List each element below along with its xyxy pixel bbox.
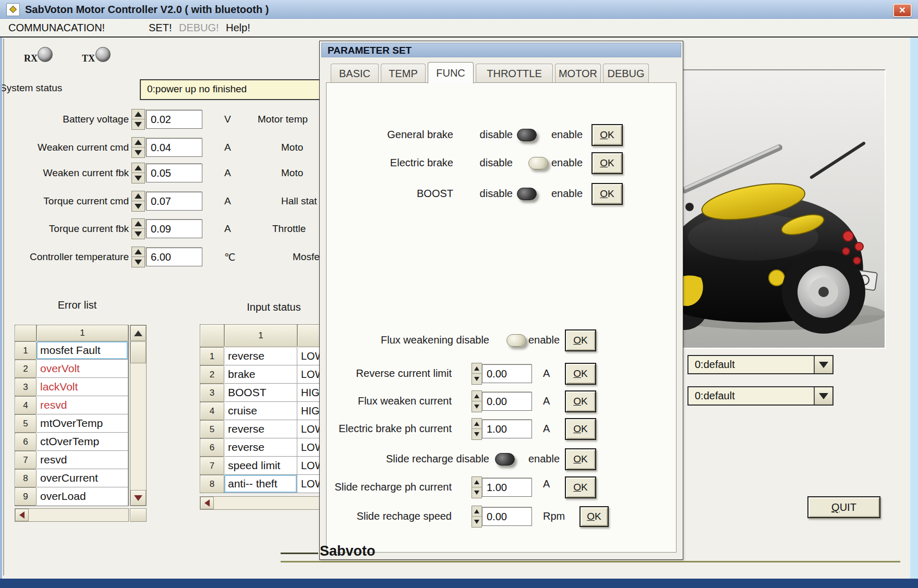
readout-unit: A — [224, 167, 231, 179]
slide-recharge-toggle[interactable] — [494, 452, 527, 468]
error-cell[interactable]: overLoad — [37, 487, 128, 506]
menu-communication[interactable]: COMMUNACATION! — [8, 19, 105, 36]
numeric-spinner[interactable] — [472, 476, 482, 498]
input-level-cell[interactable]: LOW — [297, 347, 321, 365]
input-cell[interactable]: reverse — [224, 438, 297, 457]
weaken-current-cmd-field[interactable]: 0.04 — [146, 138, 202, 157]
input-level-cell[interactable]: LOW — [297, 457, 321, 475]
toggle-knob[interactable] — [517, 129, 537, 141]
readout-spinner[interactable] — [131, 137, 145, 158]
input-cell[interactable]: anti-- theft — [224, 475, 297, 493]
general-brake-toggle[interactable] — [516, 128, 550, 143]
error-cell[interactable]: overVolt — [37, 360, 128, 378]
reverse-current-limit-ok-button[interactable]: OK — [565, 363, 596, 385]
error-list-table: 1 1 mosfet Fault 2 overVolt 3 lackVolt 4… — [15, 325, 147, 528]
menu-help[interactable]: Help! — [226, 19, 250, 36]
tab-debug[interactable]: DEBUG — [603, 64, 649, 83]
scroll-up-button[interactable] — [130, 325, 146, 341]
toggle-knob[interactable] — [506, 334, 526, 347]
close-button[interactable]: ✕ — [893, 4, 912, 17]
reverse-current-limit-field[interactable]: 0.00 — [482, 364, 532, 383]
input-level-cell[interactable]: HIGH — [297, 402, 321, 420]
input-cell[interactable]: speed limit — [224, 457, 297, 475]
flux-weakening-toggle[interactable] — [494, 333, 527, 349]
input-level-cell[interactable]: LOW — [297, 475, 321, 493]
input-cell[interactable]: brake — [224, 365, 297, 384]
flux-weaken-current-field[interactable]: 0.00 — [482, 392, 532, 411]
quit-button[interactable]: QUIT — [807, 496, 880, 518]
error-cell[interactable]: ctOverTemp — [37, 433, 128, 451]
dialog-title-bar[interactable]: PARAMETER SET — [321, 43, 681, 57]
error-vertical-scrollbar[interactable] — [130, 325, 147, 506]
input-level-cell[interactable]: HIGH — [297, 384, 321, 402]
input-horizontal-scrollbar[interactable] — [200, 496, 321, 510]
controller-temperature-field[interactable]: 6.00 — [146, 248, 202, 266]
toggle-knob[interactable] — [495, 453, 515, 466]
error-cell[interactable]: overCurrent — [37, 469, 128, 487]
error-cell[interactable]: resvd — [37, 451, 128, 469]
torque-current-fbk-field[interactable]: 0.09 — [146, 219, 202, 238]
electric-brake-ok-button[interactable]: OK — [591, 152, 623, 174]
readout-spinner[interactable] — [131, 218, 145, 239]
error-cell[interactable]: mosfet Fault — [37, 341, 128, 360]
enable-label: enable — [551, 129, 583, 141]
error-cell[interactable]: mtOverTemp — [37, 414, 128, 433]
tab-func[interactable]: FUNC — [428, 62, 474, 83]
readout-spinner[interactable] — [131, 109, 145, 130]
main-window: SabVoton Motor Controller V2.0 ( with bl… — [0, 0, 918, 588]
slide-rechage-speed-ok-button[interactable]: OK — [579, 506, 609, 527]
numeric-spinner[interactable] — [472, 390, 482, 412]
unit-label: A — [543, 395, 550, 407]
boost-ok-button[interactable]: OK — [591, 183, 623, 205]
input-level-cell[interactable]: LOW — [297, 365, 321, 384]
weaken-current-fbk-field[interactable]: 0.05 — [146, 164, 202, 182]
input-cell[interactable]: cruise — [224, 402, 297, 420]
torque-current-cmd-field[interactable]: 0.07 — [146, 192, 202, 211]
numeric-spinner[interactable] — [472, 418, 482, 440]
electric-brake-ph-current-ok-button[interactable]: OK — [565, 418, 596, 440]
scroll-left-button[interactable] — [200, 497, 214, 509]
error-list-title: Error list — [30, 299, 124, 311]
readout-spinner[interactable] — [131, 191, 145, 212]
flux-weaken-current-ok-button[interactable]: OK — [565, 390, 596, 412]
input-level-cell[interactable]: LOW — [297, 420, 321, 438]
slide-recharge-ph-current-label: Slide recharge ph current — [332, 481, 452, 493]
numeric-spinner[interactable] — [472, 363, 482, 385]
toggle-knob[interactable] — [528, 157, 548, 169]
scroll-thumb[interactable] — [130, 341, 146, 363]
slide-recharge-ok-button[interactable]: OK — [565, 448, 596, 470]
toggle-knob[interactable] — [517, 188, 537, 200]
general-brake-ok-button[interactable]: OK — [591, 124, 623, 146]
electric-brake-ph-current-field[interactable]: 1.00 — [482, 420, 532, 438]
preset-dropdown-2[interactable]: 0:default — [687, 386, 834, 406]
tab-temp[interactable]: TEMP — [381, 64, 426, 83]
readout-spinner[interactable] — [131, 163, 145, 183]
slide-rechage-speed-field[interactable]: 0.00 — [482, 507, 532, 526]
input-cell[interactable]: reverse — [224, 347, 297, 365]
tab-basic[interactable]: BASIC — [331, 64, 379, 83]
scroll-left-button[interactable] — [15, 509, 29, 521]
electric-brake-toggle[interactable] — [516, 156, 550, 172]
flux-weakening-ok-button[interactable]: OK — [565, 329, 596, 351]
tab-throttle[interactable]: THROTTLE — [476, 64, 553, 83]
battery-voltage-field[interactable]: 0.02 — [146, 110, 202, 129]
boost-toggle[interactable] — [516, 187, 550, 202]
input-level-cell[interactable]: LOW — [297, 438, 321, 457]
slide-recharge-ph-current-field[interactable]: 1.00 — [482, 478, 532, 497]
preset-dropdown-1[interactable]: 0:default — [687, 355, 834, 374]
input-cell[interactable]: BOOST — [224, 384, 297, 402]
system-status-combo[interactable]: 0:power up no finished — [140, 79, 320, 100]
scroll-down-button[interactable] — [130, 490, 146, 506]
numeric-spinner[interactable] — [472, 506, 482, 528]
menu-debug[interactable]: DEBUG! — [179, 19, 219, 36]
disable-label: disable — [428, 453, 489, 465]
input-cell[interactable]: reverse — [224, 420, 297, 438]
tab-motor[interactable]: MOTOR — [555, 64, 601, 83]
readout-spinner[interactable] — [131, 247, 145, 267]
error-cell[interactable]: lackVolt — [37, 378, 128, 396]
slide-recharge-ph-current-ok-button[interactable]: OK — [565, 476, 596, 498]
boost-label: BOOST — [333, 188, 453, 200]
error-cell[interactable]: resvd — [37, 396, 128, 414]
error-horizontal-scrollbar[interactable] — [15, 508, 129, 522]
menu-set[interactable]: SET! — [149, 19, 172, 36]
